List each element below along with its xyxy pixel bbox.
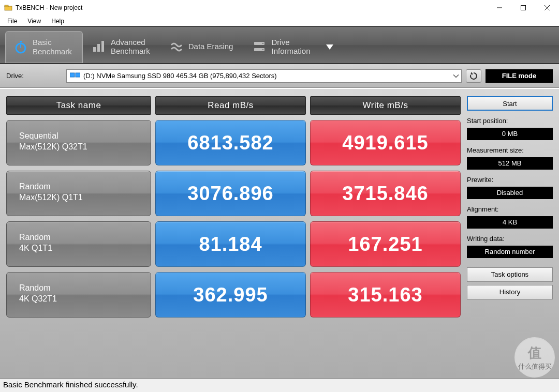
window-title: TxBENCH - New project xyxy=(16,4,488,11)
tab-data-erasing[interactable]: Data Erasing xyxy=(161,31,244,63)
watermark-text: 什么值得买 xyxy=(518,362,552,371)
table-row: Random Max(512K) Q1T1 3076.896 3715.846 xyxy=(6,171,461,216)
menu-help[interactable]: Help xyxy=(46,17,69,26)
drive-icon xyxy=(253,40,266,53)
tab-label: Advanced Benchmark xyxy=(111,38,150,56)
drive-select[interactable]: (D:) NVMe Samsung SSD 980 465.34 GB (975… xyxy=(66,69,462,83)
task-line2: Max(512K) Q1T1 xyxy=(19,192,138,203)
measurement-size-label: Measurement size: xyxy=(467,146,553,154)
task-line2: 4K Q32T1 xyxy=(19,294,138,305)
tab-advanced-benchmark[interactable]: Advanced Benchmark xyxy=(84,31,160,63)
task-line2: Max(512K) Q32T1 xyxy=(19,142,138,153)
tab-basic-benchmark[interactable]: Basic Benchmark xyxy=(5,31,83,63)
history-button[interactable]: History xyxy=(467,285,553,299)
tab-drive-information[interactable]: Drive Information xyxy=(244,31,320,63)
svg-rect-7 xyxy=(20,41,22,42)
svg-marker-16 xyxy=(326,44,333,50)
svg-rect-9 xyxy=(93,47,96,52)
close-button[interactable] xyxy=(535,0,559,16)
svg-rect-18 xyxy=(76,73,80,77)
task-line1: Sequential xyxy=(19,131,138,142)
bars-icon xyxy=(92,40,106,53)
tab-label: Basic Benchmark xyxy=(33,38,72,56)
read-value[interactable]: 362.995 xyxy=(155,272,306,318)
svg-rect-10 xyxy=(97,44,100,52)
menubar: File View Help xyxy=(0,16,559,27)
disk-icon xyxy=(70,71,80,80)
svg-point-14 xyxy=(262,43,263,44)
svg-point-15 xyxy=(262,49,263,50)
header-read: Read mB/s xyxy=(155,96,306,115)
task-cell[interactable]: Random 4K Q1T1 xyxy=(6,221,151,267)
table-header-row: Task name Read mB/s Write mB/s xyxy=(6,96,461,115)
svg-rect-17 xyxy=(70,73,75,77)
svg-rect-1 xyxy=(5,5,8,7)
header-task: Task name xyxy=(6,96,151,115)
sidebar: Start Start position: 0 MB Measurement s… xyxy=(467,96,553,371)
tab-label: Drive Information xyxy=(271,38,310,56)
file-mode-button[interactable]: FILE mode xyxy=(486,69,553,83)
alignment-value[interactable]: 4 KB xyxy=(467,216,553,229)
window-controls xyxy=(488,0,559,16)
chevron-down-icon xyxy=(453,72,459,80)
write-value[interactable]: 4919.615 xyxy=(310,120,461,165)
statusbar: Basic Benchmark finished successfully. xyxy=(0,379,559,392)
table-row: Sequential Max(512K) Q32T1 6813.582 4919… xyxy=(6,120,461,165)
write-value[interactable]: 3715.846 xyxy=(310,171,461,216)
table-row: Random 4K Q32T1 362.995 315.163 xyxy=(6,272,461,318)
task-options-button[interactable]: Task options xyxy=(467,267,553,282)
prewrite-value[interactable]: Disabled xyxy=(467,187,553,199)
stopwatch-icon xyxy=(14,40,27,54)
svg-rect-3 xyxy=(521,6,526,10)
task-cell[interactable]: Sequential Max(512K) Q32T1 xyxy=(6,120,151,165)
svg-rect-11 xyxy=(101,41,104,52)
drive-selected-text: (D:) NVMe Samsung SSD 980 465.34 GB (975… xyxy=(83,72,277,80)
refresh-button[interactable] xyxy=(466,69,481,83)
measurement-size-value[interactable]: 512 MB xyxy=(467,157,553,170)
task-line1: Random xyxy=(19,283,138,294)
drive-row: Drive: (D:) NVMe Samsung SSD 980 465.34 … xyxy=(0,64,559,88)
read-value[interactable]: 3076.896 xyxy=(155,171,306,216)
start-position-label: Start position: xyxy=(467,117,553,125)
menu-file[interactable]: File xyxy=(2,17,22,26)
results-table: Task name Read mB/s Write mB/s Sequentia… xyxy=(6,96,461,371)
maximize-button[interactable] xyxy=(511,0,535,16)
minimize-button[interactable] xyxy=(488,0,511,16)
start-button[interactable]: Start xyxy=(467,96,553,111)
alignment-label: Alignment: xyxy=(467,205,553,213)
read-value[interactable]: 6813.582 xyxy=(155,120,306,165)
tabstrip: Basic Benchmark Advanced Benchmark Data … xyxy=(0,27,559,64)
task-cell[interactable]: Random Max(512K) Q1T1 xyxy=(6,171,151,216)
task-line1: Random xyxy=(19,232,138,243)
main-panel: Task name Read mB/s Write mB/s Sequentia… xyxy=(0,89,559,379)
menu-view[interactable]: View xyxy=(22,17,46,26)
write-value[interactable]: 167.251 xyxy=(310,221,461,267)
task-line2: 4K Q1T1 xyxy=(19,243,138,254)
write-value[interactable]: 315.163 xyxy=(310,272,461,318)
header-write: Write mB/s xyxy=(310,96,461,115)
titlebar: TxBENCH - New project xyxy=(0,0,559,16)
writing-data-value[interactable]: Random number xyxy=(467,246,553,258)
refresh-icon xyxy=(469,71,478,81)
watermark: 值 什么值得买 xyxy=(514,337,555,378)
read-value[interactable]: 81.184 xyxy=(155,221,306,267)
task-cell[interactable]: Random 4K Q32T1 xyxy=(6,272,151,318)
svg-marker-19 xyxy=(470,72,473,74)
tab-overflow-button[interactable] xyxy=(322,31,337,63)
writing-data-label: Writing data: xyxy=(467,235,553,243)
erase-icon xyxy=(170,40,183,53)
drive-label: Drive: xyxy=(6,72,62,80)
task-line1: Random xyxy=(19,182,138,192)
table-row: Random 4K Q1T1 81.184 167.251 xyxy=(6,221,461,267)
tab-label: Data Erasing xyxy=(188,42,233,51)
start-position-value[interactable]: 0 MB xyxy=(467,128,553,140)
app-icon xyxy=(4,4,12,12)
watermark-symbol: 值 xyxy=(528,344,541,362)
prewrite-label: Prewrite: xyxy=(467,176,553,184)
